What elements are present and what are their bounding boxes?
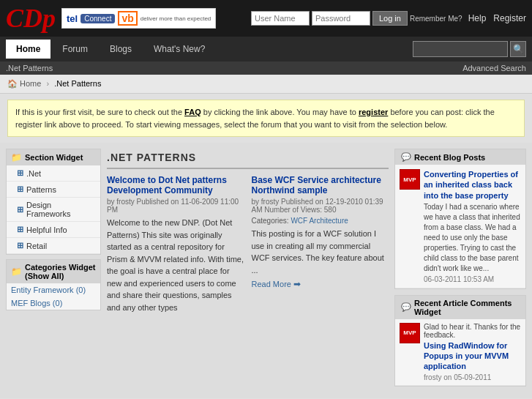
sidebar-item-retail[interactable]: ⊞ Retail	[7, 238, 100, 254]
category-entity-framework[interactable]: Entity Framework (0)	[7, 283, 100, 297]
comment-author-1: frosty on 05-09-2011	[424, 373, 521, 381]
breadcrumb: 🏠 Home › .Net Patterns	[0, 75, 532, 94]
search-area: 🔍	[413, 41, 526, 57]
subnav-net-patterns[interactable]: .Net Patterns	[6, 64, 53, 72]
read-more-link[interactable]: Read More ➡	[252, 279, 389, 289]
post-2-title[interactable]: Base WCF Service architecture Northwind …	[252, 175, 389, 195]
recent-comments-label: Recent Article Comments Widget	[414, 299, 520, 316]
auth-area: Log in Remember Me?	[251, 11, 462, 26]
breadcrumb-current: .Net Patterns	[54, 79, 101, 88]
nav-forum[interactable]: Forum	[52, 40, 98, 59]
plus-icon-5: ⊞	[17, 241, 23, 250]
post-2: Base WCF Service architecture Northwind …	[252, 175, 389, 313]
sidebar-item-design[interactable]: ⊞ Design Frameworks	[7, 198, 100, 222]
recent-blogs-label: Recent Blog Posts	[414, 153, 485, 162]
breadcrumb-home-link[interactable]: Home	[20, 79, 41, 88]
sidebar-item-net[interactable]: ⊞ .Net	[7, 165, 100, 182]
categories-widget-icon: 📁	[11, 266, 22, 277]
sidebar-item-retail-label: Retail	[26, 242, 47, 250]
recent-comments-widget: 💬 Recent Article Comments Widget MVP Gla…	[394, 295, 526, 387]
categories-widget: 📁 Categories Widget (Show All) Entity Fr…	[6, 259, 101, 310]
search-input[interactable]	[413, 41, 508, 57]
recent-comments-title: 💬 Recent Article Comments Widget	[395, 296, 525, 319]
sidebar-item-helpful-label: Helpful Info	[26, 225, 67, 234]
comment-article-title-1[interactable]: Using RadWindow for Popups in your MVVM …	[424, 340, 521, 372]
advanced-search-link[interactable]: Advanced Search	[462, 64, 526, 72]
sidebar-item-helpful[interactable]: ⊞ Helpful Info	[7, 222, 100, 238]
facebook-connect-button[interactable]: Connect	[80, 14, 115, 23]
blog-post-title-1[interactable]: Converting Properties of an inherited cl…	[424, 169, 521, 201]
categories-widget-label: Categories Widget (Show All)	[25, 263, 96, 280]
post-1-title[interactable]: Welcome to Dot Net patterns Development …	[107, 175, 244, 195]
blog-post-item-1: MVP Converting Properties of an inherite…	[395, 165, 525, 288]
password-input[interactable]	[312, 11, 370, 26]
login-button[interactable]: Log in	[372, 11, 408, 26]
notice-register-link[interactable]: register	[359, 108, 388, 116]
notice-box: If this is your first visit, be sure to …	[7, 100, 525, 137]
subnav: .Net Patterns Advanced Search	[0, 61, 532, 75]
post-1: Welcome to Dot Net patterns Development …	[107, 175, 244, 313]
help-link[interactable]: Help	[468, 13, 487, 23]
section-widget-icon: 📁	[11, 152, 22, 163]
faq-link[interactable]: FAQ	[184, 108, 201, 116]
nav-blogs[interactable]: Blogs	[100, 40, 142, 59]
post-2-categories: Categories: WCF Architecture	[252, 217, 389, 225]
telcom-banner: tel Connect vb deliver more than expecte…	[61, 8, 216, 29]
right-sidebar: 💬 Recent Blog Posts MVP Converting Prope…	[394, 149, 526, 392]
sidebar-item-design-label: Design Frameworks	[26, 201, 96, 218]
categories-label: Categories:	[252, 217, 289, 225]
sidebar-item-net-label: .Net	[26, 169, 41, 178]
arrow-icon: ➡	[293, 279, 301, 289]
breadcrumb-home-icon: 🏠	[7, 79, 18, 88]
recent-comments-icon: 💬	[401, 302, 411, 312]
section-widget: 📁 Section Widget ⊞ .Net ⊞ Patterns ⊞ Des…	[6, 149, 101, 255]
content-area: .NET PATTERNS Welcome to Dot Net pattern…	[107, 149, 389, 392]
post-1-meta: by frosty Published on 11-06-2009 11:00 …	[107, 198, 244, 214]
notice-text-1: If this is your first visit, be sure to …	[15, 108, 184, 116]
mvp-badge-1: MVP	[400, 169, 420, 190]
blog-post-date-1: 06-03-2011 10:53 AM	[424, 275, 521, 283]
recent-blog-posts-widget: 💬 Recent Blog Posts MVP Converting Prope…	[394, 149, 526, 289]
plus-icon-3: ⊞	[17, 205, 23, 215]
sidebar: 📁 Section Widget ⊞ .Net ⊞ Patterns ⊞ Des…	[6, 149, 101, 392]
section-widget-title: 📁 Section Widget	[7, 149, 100, 165]
post-2-category-link[interactable]: WCF Architecture	[291, 217, 348, 225]
remember-me-text: Remember Me?	[410, 15, 462, 23]
post-1-body: Welcome to the new DNP. (Dot Net Pattern…	[107, 217, 244, 313]
plus-icon: ⊞	[17, 168, 23, 178]
sidebar-item-patterns-label: Patterns	[26, 185, 56, 194]
notice-text-2: by clicking the link above. You may have…	[201, 108, 359, 116]
comment-item-1: MVP Glad to hear it. Thanks for the feed…	[395, 319, 525, 386]
register-link[interactable]: Register	[493, 13, 526, 23]
section-widget-label: Section Widget	[25, 153, 83, 162]
mvp-badge-2: MVP	[400, 323, 420, 343]
category-mef-blogs[interactable]: MEF Blogs (0)	[7, 297, 100, 310]
posts-grid: Welcome to Dot Net patterns Development …	[107, 175, 389, 313]
tagline: deliver more than expected	[141, 15, 211, 22]
help-register-area: Help Register	[468, 13, 526, 23]
logo: CDp	[6, 3, 56, 34]
nav-whats-new[interactable]: What's New?	[143, 40, 215, 59]
content-title: .NET PATTERNS	[107, 149, 389, 169]
recent-blogs-icon: 💬	[401, 152, 411, 162]
main-area: 📁 Section Widget ⊞ .Net ⊞ Patterns ⊞ Des…	[0, 143, 532, 398]
comment-text-1: Glad to hear it. Thanks for the feedback…	[424, 323, 521, 381]
read-more-text: Read More	[252, 280, 291, 288]
categories-widget-title: 📁 Categories Widget (Show All)	[7, 260, 100, 283]
blog-post-excerpt-1: Today I had a scenario where we have a c…	[424, 202, 521, 274]
search-button[interactable]: 🔍	[510, 41, 526, 57]
tel-logo: tel	[67, 13, 78, 24]
username-input[interactable]	[251, 11, 310, 26]
sidebar-item-patterns[interactable]: ⊞ Patterns	[7, 182, 100, 198]
plus-icon-2: ⊞	[17, 184, 23, 194]
recent-blogs-title: 💬 Recent Blog Posts	[395, 149, 525, 165]
blog-post-text-1: Converting Properties of an inherited cl…	[424, 169, 521, 283]
comment-body-1: Glad to hear it. Thanks for the feedback…	[424, 323, 521, 339]
post-2-meta: by frosty Published on 12-19-2010 01:39 …	[252, 198, 389, 214]
breadcrumb-sep: ›	[46, 79, 49, 88]
main-nav: Home Forum Blogs What's New? 🔍	[0, 37, 532, 61]
vb-logo: vb	[118, 11, 137, 26]
nav-home[interactable]: Home	[6, 40, 50, 59]
post-2-body: This posting is for a WCF solution I use…	[252, 228, 389, 276]
plus-icon-4: ⊞	[17, 225, 23, 234]
